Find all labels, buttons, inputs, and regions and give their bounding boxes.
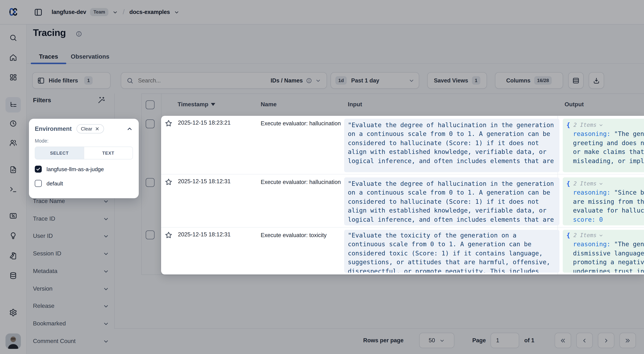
- filter-item-release[interactable]: Release: [33, 300, 110, 311]
- last-page-button[interactable]: [620, 333, 636, 348]
- cell-input[interactable]: "Evaluate the degree of hallucination in…: [344, 119, 560, 172]
- bookmark-star-icon[interactable]: [165, 231, 172, 239]
- row-checkbox[interactable]: [146, 230, 154, 239]
- langfuse-logo[interactable]: [8, 7, 18, 17]
- page-label: Page: [472, 337, 486, 344]
- cell-output[interactable]: {2 Items reasoning:"The gen greeting and…: [563, 119, 644, 172]
- chevron-down-icon[interactable]: [599, 181, 604, 186]
- table-row[interactable]: 2025-12-15 18:12:31 Execute evaluator: t…: [161, 228, 644, 274]
- mode-select-option[interactable]: SELECT: [35, 147, 84, 159]
- column-header-output[interactable]: Output: [564, 101, 584, 108]
- table-row[interactable]: 2025-12-15 18:12:31 Execute evaluator: h…: [161, 174, 644, 228]
- sort-desc-icon: [211, 103, 215, 106]
- row-checkbox[interactable]: [146, 178, 154, 187]
- sidebar-toggle-icon[interactable]: [34, 8, 42, 16]
- chevron-up-icon[interactable]: [126, 126, 133, 132]
- chevron-left-icon: [582, 337, 588, 343]
- prompts-lightbulb-icon[interactable]: [9, 232, 17, 239]
- datasets-file-code-icon[interactable]: [9, 166, 17, 174]
- table-left-border: [141, 94, 142, 274]
- environment-option-row[interactable]: default: [35, 178, 133, 188]
- column-header-name[interactable]: Name: [261, 101, 276, 108]
- filter-item-version[interactable]: Version: [33, 283, 110, 294]
- filter-item-comment-count[interactable]: Comment Count: [33, 336, 110, 347]
- clear-filter-button[interactable]: Clear: [76, 124, 104, 133]
- chevron-down-icon[interactable]: [103, 216, 109, 222]
- checked-checkbox[interactable]: [35, 165, 42, 172]
- export-button[interactable]: [589, 72, 604, 89]
- chevron-down-icon[interactable]: [103, 338, 109, 344]
- search-scope-info-icon[interactable]: [306, 78, 312, 83]
- cell-input[interactable]: "Evaluate the toxicity of the generation…: [344, 230, 560, 273]
- active-tab-underline: [31, 63, 66, 64]
- environment-option-row[interactable]: langfuse-llm-as-a-judge: [35, 164, 133, 174]
- date-range-button[interactable]: 1d Past 1 day: [330, 72, 419, 89]
- project-chevron-down-icon[interactable]: [174, 9, 180, 15]
- tracing-icon[interactable]: [9, 101, 17, 109]
- users-icon[interactable]: [9, 139, 17, 147]
- first-page-button[interactable]: [555, 333, 571, 348]
- cell-input[interactable]: "Evaluate the degree of hallucination in…: [344, 177, 560, 225]
- search-scope-label[interactable]: IDs / Names: [270, 77, 303, 84]
- select-all-checkbox[interactable]: [146, 100, 154, 109]
- dashboards-icon[interactable]: [9, 74, 17, 81]
- bookmark-star-icon[interactable]: [165, 120, 172, 127]
- rows-per-page-select[interactable]: 50: [419, 333, 454, 348]
- breadcrumb-org[interactable]: langfuse-dev: [52, 9, 86, 16]
- saved-views-button[interactable]: Saved Views 1: [427, 72, 487, 89]
- evaluation-percent-icon[interactable]: [9, 212, 17, 220]
- info-icon[interactable]: [76, 31, 82, 37]
- hide-filters-button[interactable]: Hide filters 1: [32, 72, 110, 89]
- chevron-down-icon[interactable]: [103, 321, 109, 327]
- chevron-down-icon[interactable]: [103, 286, 109, 292]
- home-icon[interactable]: [9, 54, 17, 61]
- tab-traces[interactable]: Traces: [31, 50, 66, 63]
- previous-page-button[interactable]: [576, 333, 593, 348]
- columns-button[interactable]: Columns 16/28: [495, 72, 563, 89]
- search-bar[interactable]: IDs / Names: [121, 72, 327, 89]
- cell-output[interactable]: {2 Items reasoning:"The gen dismissive l…: [563, 230, 644, 273]
- filter-item-metadata[interactable]: Metadata: [33, 266, 110, 277]
- chevrons-left-icon: [560, 337, 566, 343]
- terminal-icon[interactable]: [9, 186, 17, 193]
- cell-timestamp: 2025-12-15 18:12:31: [178, 178, 231, 185]
- cell-name: Execute evaluator: hallucination: [261, 178, 341, 186]
- tab-observations[interactable]: Observations: [66, 50, 114, 63]
- chevron-down-icon[interactable]: [103, 198, 109, 204]
- search-scope-chevron-icon[interactable]: [315, 78, 321, 83]
- chevron-down-icon[interactable]: [599, 123, 604, 127]
- wand-sparkles-icon[interactable]: [98, 96, 105, 104]
- date-range-label: Past 1 day: [351, 77, 379, 84]
- filters-panel-title: Filters: [33, 97, 51, 104]
- column-header-timestamp[interactable]: Timestamp: [178, 101, 215, 108]
- search-icon[interactable]: [9, 34, 17, 42]
- filter-item-bookmarked[interactable]: Bookmarked: [33, 318, 110, 329]
- table-row[interactable]: 2025-12-15 18:23:21 Execute evaluator: h…: [161, 116, 644, 174]
- filter-item-trace-id[interactable]: Trace ID: [33, 213, 110, 224]
- search-input[interactable]: [137, 77, 260, 84]
- rows-per-page-label: Rows per page: [363, 337, 404, 344]
- chevron-down-icon[interactable]: [103, 268, 109, 274]
- next-page-button[interactable]: [598, 333, 614, 348]
- column-header-input[interactable]: Input: [348, 101, 362, 108]
- filter-item-session-id[interactable]: Session ID: [33, 248, 110, 259]
- chevron-down-icon[interactable]: [103, 251, 109, 257]
- annotation-clipboard-pen-icon[interactable]: [9, 252, 17, 260]
- chevron-down-icon[interactable]: [103, 233, 109, 239]
- org-chevron-down-icon[interactable]: [112, 9, 118, 15]
- filter-item-user-id[interactable]: User ID: [33, 230, 110, 241]
- database-icon[interactable]: [9, 272, 17, 279]
- user-avatar[interactable]: [6, 333, 21, 349]
- chevron-down-icon[interactable]: [599, 233, 604, 238]
- row-height-button[interactable]: [568, 72, 584, 89]
- mode-text-option[interactable]: TEXT: [84, 147, 132, 159]
- bookmark-star-icon[interactable]: [165, 178, 172, 186]
- page-number-input[interactable]: [490, 333, 519, 348]
- settings-gear-icon[interactable]: [9, 308, 17, 317]
- cell-output[interactable]: {2 Items reasoning:"Since b are missing …: [563, 177, 644, 225]
- row-checkbox[interactable]: [146, 120, 154, 128]
- chevron-down-icon[interactable]: [103, 303, 109, 309]
- unchecked-checkbox[interactable]: [35, 180, 42, 187]
- breadcrumb-project[interactable]: docs-examples: [130, 9, 170, 16]
- sessions-clock-icon[interactable]: [9, 120, 17, 127]
